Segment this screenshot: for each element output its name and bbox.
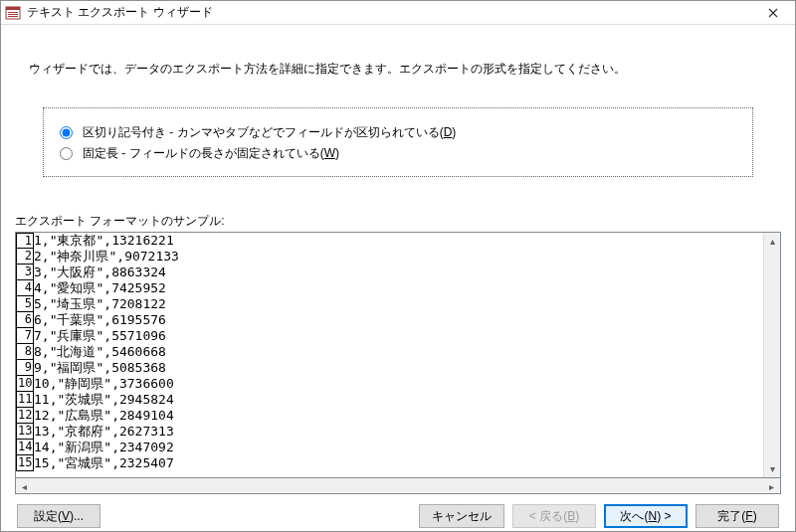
- next-button[interactable]: 次へ(N) >: [604, 504, 688, 528]
- row-number: 1: [16, 233, 34, 249]
- row-number: 4: [16, 279, 34, 296]
- svg-rect-2: [8, 12, 18, 13]
- format-group: 区切り記号付き - カンマやタブなどでフィールドが区切られている(D) 固定長 …: [43, 107, 753, 177]
- radio-fixed-input[interactable]: [60, 147, 73, 160]
- row-text: 15,"宮城県",2325407: [34, 455, 174, 471]
- finish-button[interactable]: 完了(F): [696, 504, 779, 528]
- row-text: 3,"大阪府",8863324: [34, 265, 166, 280]
- close-button[interactable]: [751, 1, 795, 25]
- sample-label: エクスポート フォーマットのサンプル:: [15, 213, 785, 230]
- row-text: 14,"新潟県",2347092: [34, 440, 174, 455]
- row-text: 9,"福岡県",5085368: [34, 360, 166, 376]
- scroll-down-icon[interactable]: ▾: [764, 460, 781, 477]
- sample-row: 55,"埼玉県",7208122: [16, 296, 763, 312]
- sample-row: 22,"神奈川県",9072133: [16, 249, 763, 265]
- sample-row: 1414,"新潟県",2347092: [16, 440, 763, 455]
- sample-row: 1111,"茨城県",2945824: [16, 392, 763, 408]
- row-text: 13,"京都府",2627313: [34, 424, 174, 440]
- scroll-right-icon[interactable]: ▸: [763, 478, 780, 495]
- row-text: 1,"東京都",13216221: [34, 233, 174, 249]
- row-text: 12,"広島県",2849104: [34, 408, 174, 424]
- sample-row: 88,"北海道",5460668: [16, 344, 763, 360]
- row-number: 2: [16, 248, 34, 265]
- row-text: 7,"兵庫県",5571096: [34, 328, 166, 344]
- row-number: 12: [16, 407, 34, 424]
- row-text: 5,"埼玉県",7208122: [34, 296, 166, 312]
- cancel-button[interactable]: キャンセル: [419, 504, 504, 528]
- radio-delimited-label: 区切り記号付き - カンマやタブなどでフィールドが区切られている(D): [83, 124, 456, 141]
- row-text: 11,"茨城県",2945824: [34, 392, 174, 408]
- sample-row: 1515,"宮城県",2325407: [16, 455, 763, 471]
- radio-delimited-input[interactable]: [60, 126, 73, 139]
- row-number: 11: [16, 391, 34, 408]
- sample-content: 11,"東京都",1321622122,"神奈川県",907213333,"大阪…: [16, 233, 763, 477]
- sample-row: 44,"愛知県",7425952: [16, 280, 763, 296]
- scroll-left-icon[interactable]: ◂: [16, 478, 33, 495]
- client-area: ウィザードでは、データのエクスポート方法を詳細に指定できます。エクスポートの形式…: [1, 25, 795, 532]
- intro-text: ウィザードでは、データのエクスポート方法を詳細に指定できます。エクスポートの形式…: [29, 61, 775, 78]
- row-number: 15: [16, 454, 34, 471]
- sample-row: 1212,"広島県",2849104: [16, 408, 763, 424]
- row-text: 4,"愛知県",7425952: [34, 280, 166, 296]
- horizontal-scrollbar[interactable]: ◂ ▸: [15, 477, 781, 494]
- radio-delimited[interactable]: 区切り記号付き - カンマやタブなどでフィールドが区切られている(D): [60, 124, 736, 141]
- advanced-button[interactable]: 設定(V)...: [17, 504, 100, 528]
- row-number: 14: [16, 439, 34, 455]
- row-number: 8: [16, 343, 34, 360]
- sample-row: 66,"千葉県",6195576: [16, 312, 763, 328]
- row-number: 3: [16, 264, 34, 280]
- titlebar: テキスト エクスポート ウィザード: [1, 1, 795, 25]
- scroll-up-icon[interactable]: ▴: [764, 233, 781, 250]
- wizard-window: テキスト エクスポート ウィザード ウィザードでは、データのエクスポート方法を詳…: [0, 0, 796, 532]
- window-title: テキスト エクスポート ウィザード: [27, 4, 751, 21]
- app-icon: [5, 5, 21, 21]
- row-number: 10: [16, 375, 34, 392]
- sample-row: 11,"東京都",13216221: [16, 233, 763, 249]
- sample-row: 1010,"静岡県",3736600: [16, 376, 763, 392]
- row-number: 6: [16, 311, 34, 328]
- row-number: 7: [16, 327, 34, 344]
- svg-rect-3: [8, 14, 18, 15]
- button-row: 設定(V)... キャンセル < 戻る(B) 次へ(N) > 完了(F): [11, 504, 785, 530]
- svg-rect-1: [6, 7, 20, 10]
- sample-row: 77,"兵庫県",5571096: [16, 328, 763, 344]
- sample-container: 11,"東京都",1321622122,"神奈川県",907213333,"大阪…: [15, 232, 781, 494]
- row-number: 9: [16, 359, 34, 376]
- row-text: 6,"千葉県",6195576: [34, 312, 166, 328]
- vertical-scrollbar[interactable]: ▴ ▾: [763, 233, 780, 477]
- sample-row: 99,"福岡県",5085368: [16, 360, 763, 376]
- row-number: 13: [16, 423, 34, 440]
- back-button: < 戻る(B): [512, 504, 596, 528]
- row-text: 2,"神奈川県",9072133: [34, 249, 179, 265]
- row-text: 10,"静岡県",3736600: [34, 376, 174, 392]
- row-number: 5: [16, 295, 34, 312]
- radio-fixed[interactable]: 固定長 - フィールドの長さが固定されている(W): [60, 145, 736, 162]
- row-text: 8,"北海道",5460668: [34, 344, 166, 360]
- svg-rect-4: [8, 16, 18, 17]
- sample-row: 33,"大阪府",8863324: [16, 265, 763, 280]
- radio-fixed-label: 固定長 - フィールドの長さが固定されている(W): [83, 145, 339, 162]
- sample-area: 11,"東京都",1321622122,"神奈川県",907213333,"大阪…: [15, 232, 781, 478]
- sample-row: 1313,"京都府",2627313: [16, 424, 763, 440]
